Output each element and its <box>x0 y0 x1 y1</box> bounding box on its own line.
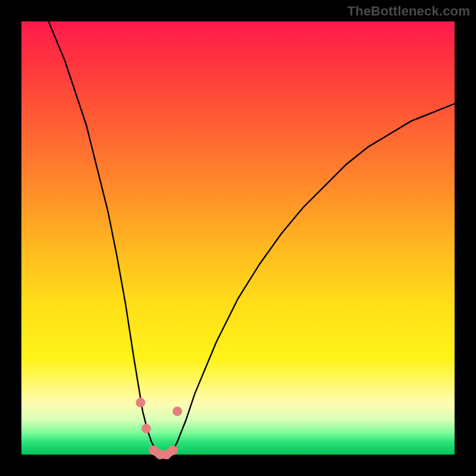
plot-area <box>21 21 455 455</box>
highlight-dots <box>136 398 182 459</box>
chart-frame: TheBottleneck.com <box>0 0 476 476</box>
chart-svg <box>21 21 455 455</box>
watermark-text: TheBottleneck.com <box>347 4 470 19</box>
bottleneck-curve <box>43 8 476 455</box>
highlight-dot <box>173 406 182 416</box>
highlight-dot <box>168 446 178 455</box>
highlight-dot <box>136 398 145 408</box>
highlight-dot <box>142 424 151 433</box>
